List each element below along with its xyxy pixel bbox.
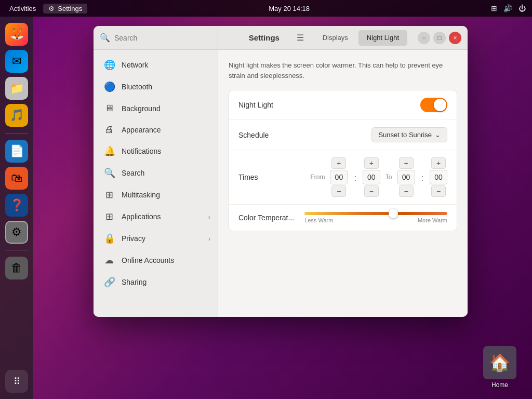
sidebar-item-multitasking-label: Multitasking (122, 191, 160, 199)
sidebar-item-online-accounts[interactable]: ☁ Online Accounts (94, 249, 218, 271)
dock-spacer (5, 133, 28, 134)
multitasking-icon: ⊞ (104, 189, 114, 201)
applications-icon: ⊞ (104, 211, 114, 222)
from-hours-down-button[interactable]: − (331, 185, 346, 197)
topbar-left: Activities ⚙ Settings (6, 4, 87, 14)
schedule-row: Schedule Sunset to Sunrise ⌄ (229, 120, 457, 150)
night-light-toggle-row: Night Light (229, 90, 457, 120)
firefox-icon: 🦊 (10, 28, 24, 41)
dock-item-help[interactable]: ❓ (5, 194, 28, 217)
to-hours-up-button[interactable]: + (399, 157, 414, 169)
menu-button[interactable]: ☰ (297, 33, 304, 43)
to-minutes-up-button[interactable]: + (431, 157, 446, 169)
search-icon: 🔍 (100, 33, 110, 43)
privacy-arrow-icon: › (208, 235, 210, 243)
notifications-icon: 🔔 (104, 145, 114, 157)
network-indicator-icon[interactable]: ⊞ (491, 4, 497, 12)
sidebar-item-bluetooth-label: Bluetooth (122, 83, 152, 91)
search-input[interactable] (114, 34, 197, 42)
appearance-icon: 🖨 (104, 124, 114, 135)
color-temp-slider-track[interactable] (304, 212, 447, 215)
sidebar-item-sharing[interactable]: 🔗 Sharing (94, 271, 218, 293)
window-controls: − □ × (411, 32, 468, 44)
dock-item-files[interactable]: 📁 (5, 77, 28, 100)
maximize-button[interactable]: □ (433, 32, 446, 44)
home-desktop-icon[interactable]: 🏠 Home (483, 346, 516, 389)
to-colon: : (421, 171, 423, 183)
sidebar-item-sharing-label: Sharing (122, 278, 147, 286)
sidebar-item-network-label: Network (122, 61, 148, 69)
color-temp-slider-thumb[interactable] (389, 209, 398, 218)
tab-displays[interactable]: Displays (314, 30, 356, 46)
sidebar-item-appearance-label: Appearance (122, 126, 161, 134)
from-hours-spinner: + 00 − (330, 157, 348, 197)
volume-icon[interactable]: 🔊 (503, 4, 512, 12)
activities-button[interactable]: Activities (6, 4, 39, 14)
search-area: 🔍 (94, 26, 218, 49)
home-folder-icon: 🏠 (489, 353, 510, 373)
schedule-chevron-icon: ⌄ (435, 131, 441, 139)
from-hours-up-button[interactable]: + (331, 157, 346, 169)
sidebar-item-appearance[interactable]: 🖨 Appearance (94, 119, 218, 140)
times-controls: From + 00 − : + 00 − (310, 157, 447, 197)
settings-icon: ⚙ (11, 225, 22, 239)
from-minutes-up-button[interactable]: + (364, 157, 379, 169)
applications-arrow-icon: › (208, 213, 210, 221)
tab-night-light[interactable]: Night Light (358, 30, 407, 46)
apps-grid-icon: ⠿ (14, 376, 20, 387)
night-light-toggle[interactable] (420, 98, 447, 112)
close-button[interactable]: × (449, 32, 461, 44)
schedule-dropdown[interactable]: Sunset to Sunrise ⌄ (371, 127, 447, 142)
sidebar-item-search[interactable]: 🔍 Search (94, 162, 218, 184)
sidebar-item-bluetooth[interactable]: 🔵 Bluetooth (94, 76, 218, 98)
sidebar-item-multitasking[interactable]: ⊞ Multitasking (94, 184, 218, 206)
color-temp-label: Color Temperat... (238, 214, 294, 222)
background-icon: 🖥 (104, 103, 114, 114)
sidebar-item-notifications-label: Notifications (122, 147, 161, 155)
sidebar-item-applications[interactable]: ⊞ Applications › (94, 206, 218, 228)
sidebar-item-network[interactable]: 🌐 Network (94, 54, 218, 76)
times-label: Times (238, 173, 258, 181)
help-icon: ❓ (10, 198, 24, 212)
minimize-button[interactable]: − (418, 32, 430, 44)
dock-item-libreoffice[interactable]: 📄 (5, 140, 28, 163)
sidebar-item-privacy[interactable]: 🔒 Privacy › (94, 228, 218, 249)
bluetooth-icon: 🔵 (104, 81, 114, 92)
trash-icon: 🗑 (11, 261, 22, 275)
dock-item-rhythmbox[interactable]: 🎵 (5, 104, 28, 127)
to-minutes-value: 00 (430, 170, 447, 184)
dock-item-trash[interactable]: 🗑 (5, 257, 28, 280)
home-icon-box: 🏠 (483, 346, 516, 379)
appstore-icon: 🛍 (11, 171, 22, 185)
schedule-label: Schedule (238, 131, 269, 139)
sharing-icon: 🔗 (104, 276, 114, 288)
from-minutes-down-button[interactable]: − (364, 185, 379, 197)
topbar-app-button[interactable]: ⚙ Settings (43, 4, 87, 14)
to-hours-value: 00 (397, 170, 415, 184)
dock-item-appstore[interactable]: 🛍 (5, 167, 28, 190)
dock-item-thunderbird[interactable]: ✉ (5, 50, 28, 73)
dock-item-firefox[interactable]: 🦊 (5, 23, 28, 46)
home-icon-label: Home (491, 381, 508, 389)
files-icon: 📁 (10, 82, 24, 95)
dock-apps-grid[interactable]: ⠿ (5, 370, 28, 393)
to-hours-down-button[interactable]: − (399, 185, 414, 197)
slider-labels: Less Warm More Warm (304, 217, 447, 223)
network-icon: 🌐 (104, 59, 114, 71)
sidebar-item-notifications[interactable]: 🔔 Notifications (94, 140, 218, 162)
dock-item-settings[interactable]: ⚙ (5, 221, 28, 244)
to-minutes-down-button[interactable]: − (431, 185, 446, 197)
from-hours-value: 00 (330, 170, 348, 184)
sidebar-item-background[interactable]: 🖥 Background (94, 98, 218, 119)
sidebar-item-privacy-label: Privacy (122, 234, 145, 243)
to-hours-spinner: + 00 − (397, 157, 415, 197)
from-label: From (310, 174, 325, 181)
search-nav-icon: 🔍 (104, 167, 114, 179)
less-warm-label: Less Warm (304, 217, 333, 223)
times-row: Times From + 00 − : + 00 (229, 150, 457, 205)
dock-spacer-2 (5, 250, 28, 250)
tab-area: Displays Night Light (310, 26, 411, 49)
thunderbird-icon: ✉ (12, 55, 21, 68)
window-body: 🌐 Network 🔵 Bluetooth 🖥 Background 🖨 App… (94, 50, 468, 317)
power-icon[interactable]: ⏻ (518, 4, 526, 12)
